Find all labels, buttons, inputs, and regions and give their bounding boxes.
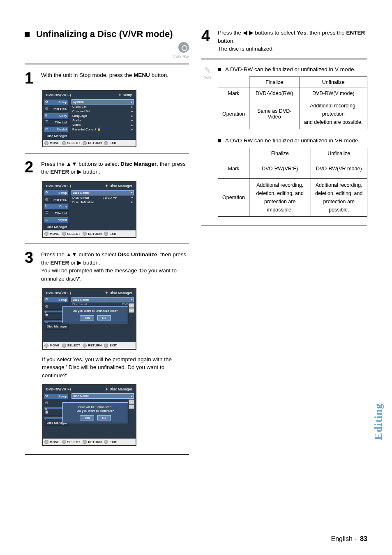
sidebar-item-disc-manager[interactable]: Disc Manager (44, 323, 69, 330)
page-footer: English - 83 (331, 535, 368, 543)
chevron-right-icon: ▸ (131, 100, 133, 104)
exit-key-icon (104, 141, 108, 145)
scroll-buttons[interactable]: ▸ ▸ (129, 303, 134, 313)
osd-setup-menu: DVD-RW(VR:F) ✦ Setup ✿Setup ◷Timer Rec. … (42, 90, 136, 147)
dialog-no-button[interactable]: No (97, 415, 111, 420)
sidebar-item-label: Timer Rec. (51, 107, 67, 111)
sidebar-item-setup[interactable]: ✿Setup (44, 393, 69, 399)
menu-item-system[interactable]: System▸ (71, 99, 134, 104)
sidebar-item-label: Setup (58, 100, 67, 104)
clock-icon: ◷ (45, 304, 48, 308)
scroll-down-icon[interactable]: ▸ (129, 404, 134, 409)
menu-item-disc-format-short[interactable]: Disc formatDVD-VR (71, 302, 134, 306)
sidebar-item-label: Copy (59, 114, 67, 118)
text: Additional recording, (316, 182, 362, 188)
dvd-rw-disc-icon (178, 42, 189, 53)
copy-icon: ⎘ (45, 204, 47, 208)
menu-keyword: MENU (134, 72, 150, 78)
text: You will be prompted with the message 'D… (41, 267, 177, 282)
sidebar-item-playlist[interactable]: ▭Playlist (44, 126, 69, 132)
menu-label: Disc Name (73, 394, 89, 398)
sidebar-item-playlist[interactable]: ▭Playlist (44, 217, 69, 223)
return-key-icon (83, 141, 87, 145)
sidebar-item-label: Setup (58, 395, 67, 398)
sidebar-item-setup[interactable]: ✿Setup (44, 190, 69, 196)
menu-item-disc-format[interactable]: Disc format: DVD-VR▸ (71, 195, 134, 200)
gear-icon: ✿ (45, 100, 48, 104)
select-key-icon (62, 440, 66, 444)
menu-label: Disc Name (73, 298, 89, 302)
step-number-4: 4 (201, 29, 212, 53)
sidebar-item-label: Timer Rec. (51, 198, 67, 202)
text: button to select (77, 251, 118, 258)
sidebar-item-copy[interactable]: ⎘Copy (44, 203, 69, 209)
sidebar-item-timer-rec[interactable]: ◷Timer Rec. (44, 106, 69, 112)
menu-item-disc-unfinalize[interactable]: Disc Unfinalize▸ (71, 200, 134, 204)
text: and deletion are possible. (304, 119, 362, 125)
sidebar-item-label: Playlist (57, 218, 67, 222)
dialog-no-button[interactable]: No (97, 315, 111, 320)
table-cell: Additional recording, protection and del… (300, 99, 367, 129)
table-header: Finalize (249, 77, 300, 88)
table-cell: DVD-RW(V mode) (300, 88, 367, 99)
menu-item-clock-set[interactable]: Clock Set▸ (71, 104, 134, 109)
table-cell: Additional recording, deletion, editing,… (311, 178, 367, 216)
sidebar-item-disc-manager[interactable]: Disc Manager (44, 133, 69, 139)
menu-item-language[interactable]: Language▸ (71, 114, 134, 118)
sidebar-item-title-list[interactable]: ≣Title List (44, 119, 69, 125)
menu-label: Disc Unfinalize (72, 200, 94, 204)
dialog-yes-button[interactable]: Yes (80, 415, 94, 420)
sidebar-item-label: Disc Manager (47, 134, 67, 138)
keyword: Disc Manager (120, 161, 157, 167)
menu-item-audio[interactable]: Audio▸ (71, 118, 134, 123)
note-text: A DVD-RW can be finalized or unfinalized… (225, 137, 360, 144)
sidebar-item-label: Disc Manager (47, 225, 67, 229)
left-right-arrow-icon: ◀ ▶ (243, 30, 254, 36)
text: With the unit in Stop mode, press the (41, 72, 134, 78)
sidebar-item-disc-manager[interactable]: Disc Manager (44, 224, 69, 230)
sidebar-item-copy[interactable]: ⎘Copy (44, 113, 69, 119)
osd-section-label: ✦ Disc Manager (105, 387, 132, 391)
text: protection are impossible. (264, 199, 295, 213)
menu-item-video[interactable]: Video▸ (71, 123, 134, 127)
chevron-right-icon: ▸ (131, 128, 133, 131)
keyword: ENTER (51, 169, 69, 175)
sidebar-item-setup[interactable]: ✿Setup (44, 297, 69, 303)
table-cell: Additional recording, deletion, editing,… (249, 178, 311, 216)
menu-item-disc-name[interactable]: Disc Name:▸ (71, 190, 134, 195)
osd-unfinalize-dialog: DVD-RW(VR:F) ✦ Disc Manager ✿Setup ◷Tim … (42, 288, 136, 350)
footer-label: RETURN (88, 344, 101, 347)
menu-item-disc-name[interactable]: Disc Name:▸ (71, 393, 134, 399)
menu-item-parental-control[interactable]: Parental Control 🔒▸ (71, 127, 134, 132)
dialog-yes-button[interactable]: Yes (80, 315, 94, 320)
chevron-right-icon: ▸ (131, 119, 133, 122)
text: Additional recording, protection (310, 103, 357, 117)
section-title: Unfinalizing a Disc (V/VR mode) (36, 29, 173, 39)
list-icon: ≣ (45, 314, 48, 318)
footer-label: EXIT (109, 344, 117, 347)
menu-item-disc-name[interactable]: Disc Name:▸ (71, 297, 134, 302)
menu-item-channel-set[interactable]: Channel Set▸ (71, 109, 134, 114)
text: deletion, editing, and (256, 190, 304, 196)
scroll-up-icon[interactable]: ▸ (129, 303, 134, 308)
sidebar-item-title-list[interactable]: ≣Title List (44, 210, 69, 216)
scroll-buttons[interactable]: ▸ ▸ (129, 399, 134, 409)
up-down-arrow-icon: ▲▼ (66, 251, 77, 258)
divider (25, 244, 189, 244)
table-cell: DVD-RW(VR:F) (249, 159, 311, 178)
lock-icon: 🔒 (97, 128, 101, 131)
footer-label: EXIT (109, 141, 117, 145)
up-down-arrow-icon: ▲▼ (66, 161, 77, 167)
table-row-header: Operation (218, 99, 249, 129)
sidebar-item-timer-rec[interactable]: ◷Timer Rec. (44, 197, 69, 203)
divider (201, 58, 367, 60)
text: Disc Manager (110, 291, 132, 295)
osd-footer: MOVE SELECT RETURN EXIT (43, 342, 136, 349)
osd-mode-label: DVD-RW(VR:F) (46, 93, 71, 97)
osd-disc-manager-menu: DVD-RW(VR:F) ✦ Disc Manager ✿Setup ◷Time… (42, 181, 136, 238)
scroll-up-icon[interactable]: ▸ (129, 399, 134, 404)
scroll-down-icon[interactable]: ▸ (129, 308, 134, 313)
sidebar-item-setup[interactable]: ✿Setup (44, 99, 69, 105)
vr-mode-table: Finalize Unfinalize Mark DVD-RW(VR:F) DV… (218, 148, 367, 217)
text: Press the (41, 251, 66, 258)
